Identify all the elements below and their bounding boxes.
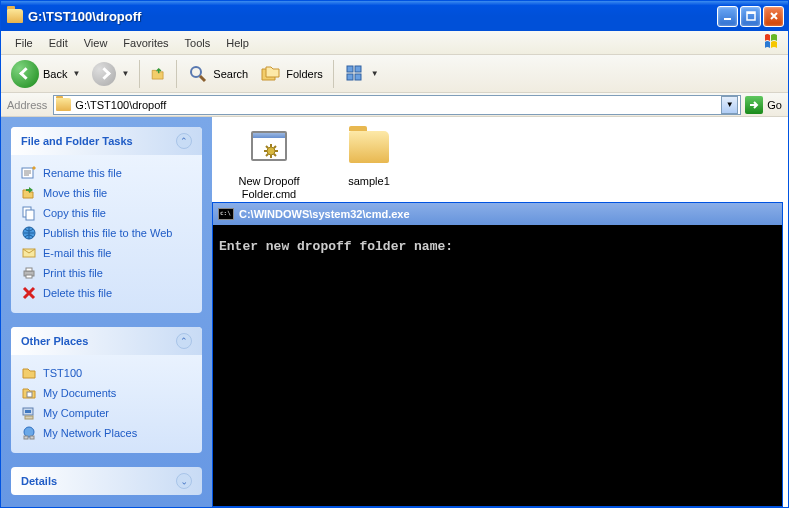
go-label: Go [767, 99, 782, 111]
toolbar-separator [333, 60, 334, 88]
file-folder-tasks-title: File and Folder Tasks [21, 135, 133, 147]
other-places-header[interactable]: Other Places ⌃ [11, 327, 202, 355]
network-icon [21, 425, 37, 441]
cmd-window[interactable]: C:\WINDOWS\system32\cmd.exe Enter new dr… [212, 202, 783, 507]
place-label: My Computer [43, 407, 109, 419]
expand-icon: ⌃ [176, 473, 192, 489]
back-label: Back [43, 68, 67, 80]
back-arrow-icon [11, 60, 39, 88]
task-publish[interactable]: Publish this file to the Web [21, 223, 192, 243]
back-button[interactable]: Back ▼ [7, 58, 84, 90]
toolbar: Back ▼ ▼ Search Folders ▼ [1, 55, 788, 93]
up-folder-button[interactable] [146, 62, 170, 86]
svg-rect-5 [355, 66, 361, 72]
views-button[interactable]: ▼ [340, 61, 383, 87]
svg-rect-2 [747, 12, 755, 14]
collapse-icon: ⌃ [176, 333, 192, 349]
move-icon [21, 185, 37, 201]
search-icon [187, 63, 209, 85]
svg-rect-7 [355, 74, 361, 80]
file-list-area[interactable]: New Dropoff Folder.cmd sample1 C:\WINDOW… [212, 117, 788, 507]
views-icon [344, 63, 366, 85]
task-email[interactable]: E-mail this file [21, 243, 192, 263]
cmd-body[interactable]: Enter new dropoff folder name: [213, 225, 782, 506]
address-input-wrap[interactable]: ▼ [53, 95, 741, 115]
svg-rect-18 [25, 410, 31, 413]
task-label: Print this file [43, 267, 103, 279]
task-label: Delete this file [43, 287, 112, 299]
task-label: Move this file [43, 187, 107, 199]
menu-edit[interactable]: Edit [41, 34, 76, 52]
file-item-folder[interactable]: sample1 [332, 127, 406, 201]
address-input[interactable] [75, 99, 721, 111]
menu-file[interactable]: File [7, 34, 41, 52]
cmd-title-bar[interactable]: C:\WINDOWS\system32\cmd.exe [213, 203, 782, 225]
up-folder-icon [150, 63, 166, 85]
rename-icon [21, 165, 37, 181]
maximize-button[interactable] [740, 6, 761, 27]
copy-icon [21, 205, 37, 221]
task-rename[interactable]: Rename this file [21, 163, 192, 183]
svg-rect-19 [25, 416, 33, 419]
views-dropdown-icon[interactable]: ▼ [371, 69, 379, 78]
svg-point-23 [267, 147, 275, 155]
place-label: TST100 [43, 367, 82, 379]
file-label: sample1 [332, 175, 406, 188]
folder-icon [56, 98, 71, 111]
go-arrow-icon [748, 99, 760, 111]
go-button[interactable] [745, 96, 763, 114]
folder-icon [21, 365, 37, 381]
file-item-cmd[interactable]: New Dropoff Folder.cmd [232, 127, 306, 201]
folders-button[interactable]: Folders [256, 61, 327, 87]
task-label: Publish this file to the Web [43, 227, 172, 239]
documents-icon [21, 385, 37, 401]
svg-rect-0 [724, 18, 731, 20]
cmd-icon [218, 208, 234, 220]
collapse-icon: ⌃ [176, 133, 192, 149]
task-label: Rename this file [43, 167, 122, 179]
search-button[interactable]: Search [183, 61, 252, 87]
place-label: My Documents [43, 387, 116, 399]
menu-favorites[interactable]: Favorites [115, 34, 176, 52]
address-dropdown-button[interactable]: ▼ [721, 96, 738, 114]
menu-bar: File Edit View Favorites Tools Help [1, 31, 788, 55]
place-documents[interactable]: My Documents [21, 383, 192, 403]
cmd-file-icon [251, 131, 287, 161]
task-copy[interactable]: Copy this file [21, 203, 192, 223]
minimize-button[interactable] [717, 6, 738, 27]
other-places-group: Other Places ⌃ TST100 My Documents My Co… [11, 327, 202, 453]
search-label: Search [213, 68, 248, 80]
window-title: G:\TST100\dropoff [28, 9, 717, 24]
task-delete[interactable]: Delete this file [21, 283, 192, 303]
email-icon [21, 245, 37, 261]
toolbar-separator [176, 60, 177, 88]
forward-dropdown-icon[interactable]: ▼ [121, 69, 129, 78]
place-label: My Network Places [43, 427, 137, 439]
title-bar: G:\TST100\dropoff [1, 1, 788, 31]
svg-rect-15 [26, 275, 32, 278]
task-label: Copy this file [43, 207, 106, 219]
windows-logo-icon [764, 33, 784, 51]
task-print[interactable]: Print this file [21, 263, 192, 283]
side-panel: File and Folder Tasks ⌃ Rename this file… [1, 117, 212, 507]
menu-view[interactable]: View [76, 34, 116, 52]
svg-rect-6 [347, 74, 353, 80]
folder-icon [7, 9, 23, 23]
file-folder-tasks-header[interactable]: File and Folder Tasks ⌃ [11, 127, 202, 155]
file-label: New Dropoff Folder.cmd [232, 175, 306, 201]
details-title: Details [21, 475, 57, 487]
back-dropdown-icon[interactable]: ▼ [72, 69, 80, 78]
svg-point-3 [191, 67, 201, 77]
print-icon [21, 265, 37, 281]
close-button[interactable] [763, 6, 784, 27]
details-header[interactable]: Details ⌃ [11, 467, 202, 495]
forward-button[interactable]: ▼ [88, 60, 133, 88]
task-move[interactable]: Move this file [21, 183, 192, 203]
menu-tools[interactable]: Tools [177, 34, 219, 52]
menu-help[interactable]: Help [218, 34, 257, 52]
place-network[interactable]: My Network Places [21, 423, 192, 443]
place-tst100[interactable]: TST100 [21, 363, 192, 383]
place-computer[interactable]: My Computer [21, 403, 192, 423]
address-label: Address [7, 99, 49, 111]
computer-icon [21, 405, 37, 421]
